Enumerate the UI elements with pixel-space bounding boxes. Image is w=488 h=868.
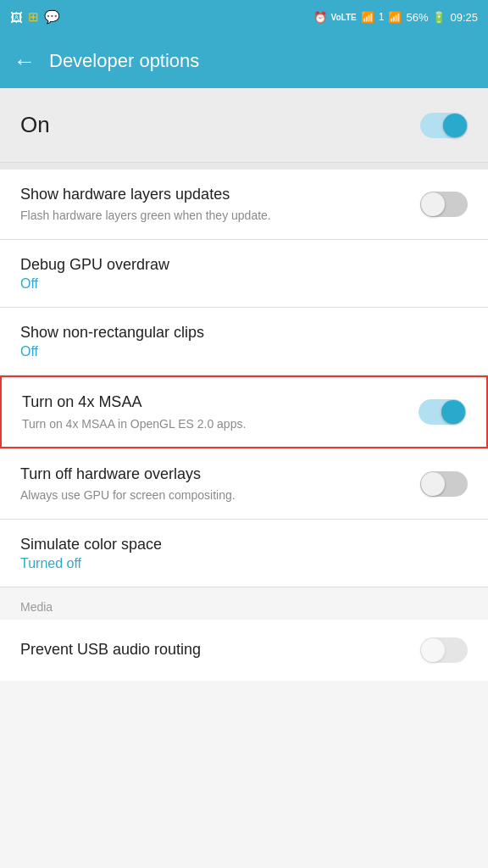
category-label-media: Media [20,600,53,614]
main-toggle-switch[interactable] [420,113,468,138]
setting-row-show-hardware-layers[interactable]: Show hardware layers updates Flash hardw… [0,170,488,239]
setting-row-4x-msaa[interactable]: Turn on 4x MSAA Turn on 4x MSAA in OpenG… [0,376,488,448]
setting-value-debug-gpu: Off [20,276,454,292]
photo-icon: 🖼 [10,10,23,25]
setting-title-4x-msaa: Turn on 4x MSAA [22,392,405,412]
setting-subtitle-4x-msaa: Turn on 4x MSAA in OpenGL ES 2.0 apps. [22,416,405,431]
status-bar: 🖼 ⊞ 💬 ⏰ VoLTE 📶 1 📶 56% 🔋 09:25 [0,0,488,34]
toggle-4x-msaa[interactable] [419,399,466,425]
setting-title-prevent-usb: Prevent USB audio routing [20,640,407,659]
battery-text: 56% [406,11,428,24]
setting-text-prevent-usb: Prevent USB audio routing [20,640,420,659]
setting-subtitle-show-hardware-layers: Flash hardware layers green when they up… [20,208,407,223]
setting-title-hardware-overlays: Turn off hardware overlays [20,465,407,484]
setting-row-debug-gpu[interactable]: Debug GPU overdraw Off [0,240,488,307]
main-toggle-label: On [20,112,50,138]
toggle-knob-show-hardware-layers [421,192,445,216]
sim-icon: 1 [379,11,385,23]
setting-subtitle-hardware-overlays: Always use GPU for screen compositing. [20,487,407,503]
alarm-icon: ⏰ [313,11,327,24]
toggle-show-hardware-layers[interactable] [420,192,468,217]
settings-list: Show hardware layers updates Flash hardw… [0,170,488,587]
status-bar-right-icons: ⏰ VoLTE 📶 1 📶 56% 🔋 09:25 [313,11,478,24]
setting-value-simulate-color: Turned off [20,556,454,571]
setting-text-non-rectangular: Show non-rectangular clips Off [20,323,468,359]
status-bar-left-icons: 🖼 ⊞ 💬 [10,9,60,25]
wifi-icon: 📶 [361,11,374,24]
app-bar: ← Developer options [0,34,488,88]
toggle-hardware-overlays[interactable] [420,471,468,497]
main-toggle-knob [443,114,467,137]
chat-icon: 💬 [44,9,60,25]
signal-icon: 📶 [388,11,402,24]
setting-title-simulate-color: Simulate color space [20,535,454,554]
toggle-knob-4x-msaa [441,400,465,424]
section-divider-top [0,163,488,170]
setting-row-non-rectangular[interactable]: Show non-rectangular clips Off [0,308,488,375]
setting-text-simulate-color: Simulate color space Turned off [20,535,468,571]
setting-row-prevent-usb[interactable]: Prevent USB audio routing [0,620,488,681]
setting-value-non-rectangular: Off [20,344,454,359]
setting-title-show-hardware-layers: Show hardware layers updates [20,185,407,204]
back-button[interactable]: ← [14,48,36,75]
toggle-prevent-usb[interactable] [420,637,468,663]
setting-row-hardware-overlays[interactable]: Turn off hardware overlays Always use GP… [0,449,488,519]
page-title: Developer options [49,50,199,72]
setting-title-non-rectangular: Show non-rectangular clips [20,323,454,342]
setting-text-4x-msaa: Turn on 4x MSAA Turn on 4x MSAA in OpenG… [22,392,419,431]
setting-text-show-hardware-layers: Show hardware layers updates Flash hardw… [20,185,420,224]
setting-row-simulate-color[interactable]: Simulate color space Turned off [0,520,488,587]
toggle-knob-prevent-usb [421,638,445,662]
setting-title-debug-gpu: Debug GPU overdraw [20,255,454,275]
setting-text-debug-gpu: Debug GPU overdraw Off [20,255,468,292]
volte-indicator: VoLTE [331,13,357,22]
clock: 09:25 [450,11,478,24]
grid-icon: ⊞ [28,9,39,25]
toggle-knob-hardware-overlays [421,472,445,496]
battery-icon: 🔋 [432,11,446,24]
category-header-media: Media [0,587,488,620]
main-toggle-row[interactable]: On [0,88,488,163]
setting-text-hardware-overlays: Turn off hardware overlays Always use GP… [20,465,420,504]
